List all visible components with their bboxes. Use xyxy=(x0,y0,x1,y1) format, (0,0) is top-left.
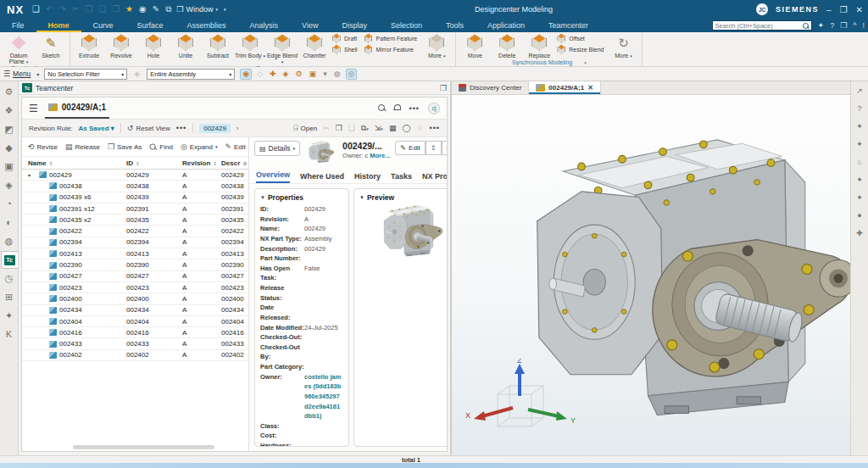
restore-button[interactable]: ❐ xyxy=(840,5,848,14)
more-caret[interactable]: ▾ xyxy=(321,70,329,79)
favorites-palette-icon[interactable]: ✦ xyxy=(852,119,867,134)
subtract-button[interactable]: Subtract ▾ xyxy=(202,33,234,65)
clipboard-icon[interactable]: ❒ xyxy=(112,5,120,14)
table-row[interactable]: ▾002394 002394 A 002394 xyxy=(22,237,248,248)
close-tab-icon[interactable]: ✕ xyxy=(587,84,593,92)
ribbon-tab[interactable]: Curve xyxy=(81,19,125,32)
breadcrumb[interactable]: 002429 xyxy=(199,124,231,133)
highlight-icon[interactable]: ◉ xyxy=(240,69,252,80)
datum-plane-button[interactable]: Datum Plane ▾ xyxy=(3,33,35,65)
details-tab[interactable]: NX Properties xyxy=(422,172,448,183)
web-browser-icon[interactable]: ◍ xyxy=(1,232,18,250)
table-view-icon[interactable]: ▦ xyxy=(389,124,397,132)
ribbon-tab[interactable]: Display xyxy=(330,19,379,32)
alerts-icon[interactable]: ! xyxy=(862,21,865,30)
add-component-icon[interactable]: ▣ xyxy=(308,70,319,79)
redo-icon[interactable]: ↷ xyxy=(58,5,65,14)
ribbon-tab[interactable]: Selection xyxy=(379,19,434,32)
info-icon[interactable]: ◐ xyxy=(1,214,18,231)
horizontal-scrollbar[interactable] xyxy=(73,445,214,449)
hamburger-menu-icon[interactable]: ☰ xyxy=(29,103,38,114)
hole-button[interactable]: Hole ▾ xyxy=(137,33,170,65)
extrude-button[interactable]: Extrude ▾ xyxy=(73,33,105,65)
ribbon-tab[interactable]: Home xyxy=(36,19,81,32)
open-in-window-icon[interactable]: ⧉▾ xyxy=(361,124,369,133)
table-row[interactable]: ▾002413 002413 A 002413 xyxy=(22,248,248,259)
restore-panes-icon[interactable]: ↗ xyxy=(852,83,867,98)
column-header-id[interactable]: ID⇳ xyxy=(126,159,182,167)
tag-icon[interactable]: ♢ xyxy=(416,124,423,132)
unite-button[interactable]: Unite ▾ xyxy=(170,33,202,65)
templates-palette-icon[interactable]: ✦ xyxy=(852,190,867,205)
select-rect-icon[interactable]: ◈ xyxy=(281,70,291,79)
teamcenter-navigator-icon[interactable]: Tc xyxy=(1,251,18,269)
table-row[interactable]: ▾002404 002404 A 002404 xyxy=(22,316,248,327)
search-icon[interactable] xyxy=(803,23,809,29)
table-row[interactable]: ▾002402 002402 A 002402 xyxy=(22,350,248,361)
table-row[interactable]: ▾002400 002400 A 002400 xyxy=(22,293,248,304)
minimize-ribbon-icon[interactable]: ^ xyxy=(853,21,856,30)
menu-button[interactable]: ☰Menu▾ xyxy=(3,70,39,78)
table-row[interactable]: ▾002438 002438 A 002438 xyxy=(22,181,248,192)
expand-button[interactable]: ◎Expand▾ xyxy=(181,142,218,151)
constraint-navigator-icon[interactable]: ◩ xyxy=(1,120,18,138)
toolbar-more-icon[interactable]: ••• xyxy=(176,124,186,132)
move-face-button[interactable]: Move xyxy=(459,33,491,58)
color-palette-icon[interactable]: ✦ xyxy=(1,307,18,325)
render-style-icon[interactable]: ◎ xyxy=(346,69,358,80)
more-menu-icon[interactable]: ••• xyxy=(409,104,420,113)
column-header-desc[interactable]: Descr⚙ xyxy=(221,159,248,167)
ribbon-tab[interactable]: Assemblies xyxy=(175,19,238,32)
table-row[interactable]: ▾002429 002429 A 002429 xyxy=(22,170,248,181)
close-button[interactable]: ✕ xyxy=(856,5,863,14)
shaded-view-icon[interactable]: ◍ xyxy=(332,70,342,79)
reset-view-button[interactable]: ↺Reset View xyxy=(127,124,170,132)
save-icon[interactable]: ❑ xyxy=(32,5,40,14)
ribbon-tab[interactable]: File xyxy=(0,19,36,32)
selection-filter-dropdown[interactable]: No Selection Filter▾ xyxy=(44,69,127,80)
details-edit-button[interactable]: ✎Edit xyxy=(395,141,426,155)
filter-icon[interactable]: ◈ xyxy=(132,70,142,79)
cut-icon[interactable]: ✂ xyxy=(72,5,79,14)
hd3d-tools-icon[interactable]: ◈ xyxy=(1,176,18,194)
save-as-button[interactable]: ❒Save As xyxy=(108,142,142,151)
undo-icon[interactable]: ↶ xyxy=(46,5,53,14)
window-menu[interactable]: ❒Window▾▾ xyxy=(176,5,225,14)
ribbon-tab[interactable]: Application xyxy=(476,19,537,32)
resize-blend-button[interactable]: Resize Blend xyxy=(555,44,607,55)
panel-maximize-button[interactable]: ❐ xyxy=(440,84,447,92)
details-more-button[interactable]: ••• xyxy=(442,141,448,155)
ribbon-tab[interactable]: Surface xyxy=(125,19,175,32)
owner-more-link[interactable]: More... xyxy=(370,152,390,159)
base-more-button[interactable]: More ▾ xyxy=(420,33,453,58)
help-icon[interactable]: ? xyxy=(830,21,834,30)
command-prediction-icon[interactable]: ✦ xyxy=(818,21,825,30)
user-avatar[interactable]: JC xyxy=(756,3,768,15)
graphics-tab[interactable]: 002429/A;1 ✕ xyxy=(529,81,601,94)
group-dialog-launcher[interactable]: ▾ xyxy=(584,60,587,65)
revolve-button[interactable]: Revolve ▾ xyxy=(105,33,137,65)
cut-icon[interactable]: ✂ xyxy=(323,124,330,132)
sync-more-button[interactable]: More ▾ xyxy=(607,33,639,58)
column-header-name[interactable]: Name⇳ xyxy=(28,159,126,167)
column-settings-icon[interactable]: ⚙ xyxy=(242,160,247,166)
pan-icon[interactable]: ✚ xyxy=(852,226,867,241)
table-row[interactable]: ▾002433 002433 A 002433 xyxy=(22,338,248,349)
paste-icon[interactable]: ❏ xyxy=(98,5,106,14)
preview-title[interactable]: ▼Preview xyxy=(359,193,448,202)
command-search-box[interactable] xyxy=(712,20,812,31)
table-row[interactable]: ▾002423 002423 A 002423 xyxy=(22,282,248,293)
details-tab[interactable]: Overview xyxy=(256,170,290,183)
ribbon-tab[interactable]: Analysis xyxy=(238,19,291,32)
properties-title[interactable]: ▼Properties xyxy=(260,193,343,202)
sim-navigator-icon[interactable]: ⊞ xyxy=(1,288,18,306)
selection-options-icon[interactable]: ⚙ xyxy=(294,70,304,79)
revise-button[interactable]: ⟲Revise xyxy=(28,142,58,151)
share-button[interactable]: ⇧ xyxy=(426,141,442,155)
graphics-tab[interactable]: Discovery Center ✕ xyxy=(452,81,529,94)
search-icon[interactable] xyxy=(378,104,386,112)
details-tab[interactable]: Tasks xyxy=(391,172,412,183)
settings-icon[interactable]: ⚙ xyxy=(1,83,18,101)
standard-parts-icon[interactable]: ✦ xyxy=(852,136,867,152)
snap-point-icon[interactable]: ◇ xyxy=(255,70,264,79)
